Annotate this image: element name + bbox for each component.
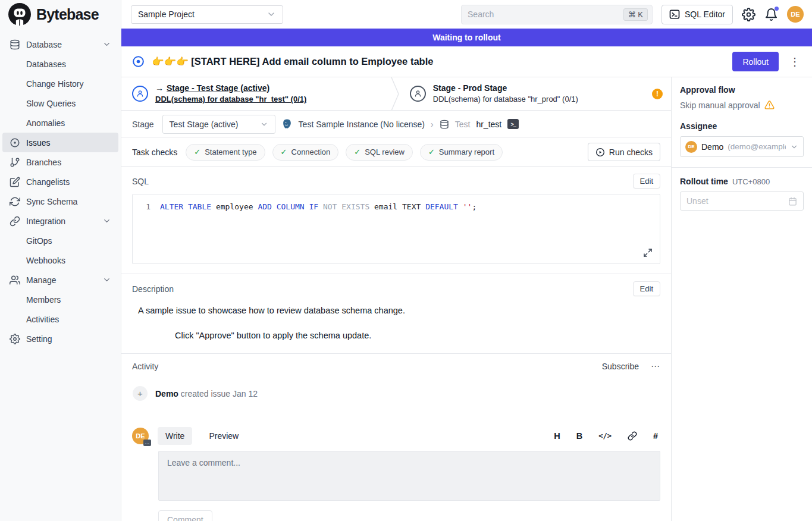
git-branch-icon — [10, 157, 20, 168]
code-format-button[interactable]: </> — [598, 432, 612, 440]
open-in-sql-editor-icon[interactable]: >_ — [507, 119, 519, 129]
calendar-icon — [788, 197, 797, 206]
user-avatar[interactable]: DE — [787, 6, 804, 23]
description-title: Description — [132, 284, 174, 294]
task-checks-label: Task checks — [132, 147, 177, 157]
activity-section: Activity Subscribe ⋯ + Demo created issu… — [121, 353, 671, 521]
stage-name-link[interactable]: Stage - Test Stage (active) — [167, 83, 269, 93]
sidebar-item-change-history[interactable]: Change History — [2, 74, 118, 93]
activity-more-menu-button[interactable]: ⋯ — [651, 361, 660, 372]
sql-editor-button[interactable]: SQL Editor — [661, 5, 733, 24]
comment-submit-button[interactable]: Comment — [158, 510, 212, 521]
chevron-down-icon — [267, 10, 276, 19]
link-format-button[interactable] — [628, 431, 637, 441]
check-pill-summary-report[interactable]: ✓Summary report — [420, 144, 503, 161]
chevron-down-icon — [102, 216, 111, 225]
pencil-ruler-icon — [10, 177, 20, 187]
warning-triangle-icon — [764, 100, 775, 110]
stage-card-test[interactable]: →Stage - Test Stage (active) DDL(schema)… — [121, 77, 391, 110]
tab-write[interactable]: Write — [158, 427, 192, 445]
sidebar-item-webhooks[interactable]: Webhooks — [2, 250, 118, 270]
issue-more-menu-button[interactable]: ⋮ — [786, 55, 804, 68]
sql-code: ALTER TABLE employee ADD COLUMN IF NOT E… — [160, 202, 476, 211]
notifications-bell-button[interactable] — [764, 8, 778, 21]
stage-task: DDL(schema) for database "hr_prod" (0/1) — [433, 94, 578, 105]
chevron-down-icon — [260, 120, 268, 128]
stage-task-link[interactable]: DDL(schema) for database "hr_test" (0/1) — [155, 94, 306, 105]
sidebar-item-issues[interactable]: Issues — [2, 133, 118, 152]
chevron-down-icon — [790, 143, 798, 151]
sidebar-item-setting[interactable]: Setting — [2, 329, 118, 349]
topbar-actions: ⌘ K SQL Editor DE — [461, 5, 804, 24]
description-section: Description Edit A sample issue to showc… — [121, 274, 671, 353]
tab-preview[interactable]: Preview — [201, 427, 246, 445]
approval-flow-title: Approval flow — [680, 85, 804, 95]
stage-user-icon — [132, 86, 148, 102]
assignee-title: Assignee — [680, 121, 804, 131]
issue-detail-pane: →Stage - Test Stage (active) DDL(schema)… — [121, 77, 672, 521]
bold-format-button[interactable]: B — [576, 431, 582, 441]
check-pass-icon: ✓ — [281, 147, 287, 156]
comment-avatar: DE ··· — [132, 428, 149, 444]
database-name[interactable]: hr_test — [476, 120, 501, 129]
check-pill-statement-type[interactable]: ✓Statement type — [186, 144, 265, 161]
description-line: Click "Approve" button to apply the sche… — [175, 331, 660, 340]
sidebar-item-changelists[interactable]: Changelists — [2, 172, 118, 192]
stage-select[interactable]: Test Stage (active) — [162, 115, 275, 134]
search-box[interactable]: ⌘ K — [461, 5, 653, 24]
sidebar-item-members[interactable]: Members — [2, 290, 118, 309]
sidebar-item-databases[interactable]: Databases — [2, 54, 118, 74]
link-icon — [10, 216, 20, 227]
stage-card-prod[interactable]: Stage - Prod Stage DDL(schema) for datab… — [399, 77, 671, 110]
issue-sidebar: Approval flow Skip manual approval Assig… — [672, 77, 812, 521]
project-selector[interactable]: Sample Project — [131, 5, 283, 24]
check-pill-connection[interactable]: ✓Connection — [272, 144, 339, 161]
sidebar-item-sync-schema[interactable]: Sync Schema — [2, 192, 118, 211]
description-edit-button[interactable]: Edit — [633, 281, 660, 296]
heading-format-button[interactable]: H — [554, 431, 560, 441]
sidebar-item-slow-queries[interactable]: Slow Queries — [2, 93, 118, 113]
check-pass-icon: ✓ — [428, 147, 435, 156]
stage-separator — [391, 77, 399, 111]
sidebar-item-branches[interactable]: Branches — [2, 152, 118, 172]
sidebar-item-manage[interactable]: Manage — [2, 270, 118, 290]
brand-logo[interactable]: Bytebase — [0, 0, 121, 29]
instance-name[interactable]: Test Sample Instance (No license) — [299, 120, 425, 129]
circle-dot-icon — [10, 137, 20, 148]
chevron-down-icon — [102, 40, 111, 49]
issue-open-status-icon — [132, 55, 145, 68]
stage-selector-row: Stage Test Stage (active) Test Sample In… — [121, 111, 671, 138]
check-pass-icon: ✓ — [194, 147, 200, 156]
expand-editor-icon[interactable] — [643, 248, 653, 258]
sidebar-item-gitops[interactable]: GitOps — [2, 231, 118, 250]
hash-format-button[interactable]: # — [653, 431, 658, 441]
stage-pipeline: →Stage - Test Stage (active) DDL(schema)… — [121, 77, 671, 111]
search-shortcut-badge: ⌘ K — [623, 8, 648, 21]
run-checks-button[interactable]: Run checks — [588, 143, 660, 161]
comment-input[interactable] — [158, 451, 660, 501]
settings-gear-button[interactable] — [742, 8, 755, 21]
sidebar-item-anomalies[interactable]: Anomalies — [2, 113, 118, 133]
sidebar-item-activities[interactable]: Activities — [2, 309, 118, 329]
sidebar-item-integration[interactable]: Integration — [2, 211, 118, 231]
play-circle-icon — [595, 147, 605, 157]
breadcrumb-chevron: › — [431, 120, 434, 129]
assignee-select[interactable]: DE Demo (demo@example — [680, 136, 804, 157]
task-checks-bar: Task checks ✓Statement type ✓Connection … — [121, 138, 671, 167]
subscribe-button[interactable]: Subscribe — [602, 362, 639, 371]
sidebar-item-database[interactable]: Database — [2, 34, 118, 54]
approval-flow-status: Skip manual approval — [680, 101, 760, 110]
activity-entry: + Demo created issue Jan 12 — [133, 386, 660, 401]
sql-edit-button[interactable]: Edit — [633, 174, 660, 189]
check-pill-sql-review[interactable]: ✓SQL review — [346, 144, 413, 161]
rollout-time-picker[interactable]: Unset — [680, 192, 804, 211]
rollout-button[interactable]: Rollout — [732, 52, 779, 71]
terminal-icon — [669, 9, 680, 20]
rollout-timezone: UTC+0800 — [732, 177, 770, 186]
sql-editor[interactable]: 1 ALTER TABLE employee ADD COLUMN IF NOT… — [132, 194, 660, 264]
refresh-icon — [10, 196, 20, 207]
environment-label: Test — [455, 120, 471, 129]
status-banner: Waiting to rollout — [121, 29, 812, 46]
plus-icon: + — [133, 386, 148, 401]
search-input[interactable] — [468, 10, 623, 19]
